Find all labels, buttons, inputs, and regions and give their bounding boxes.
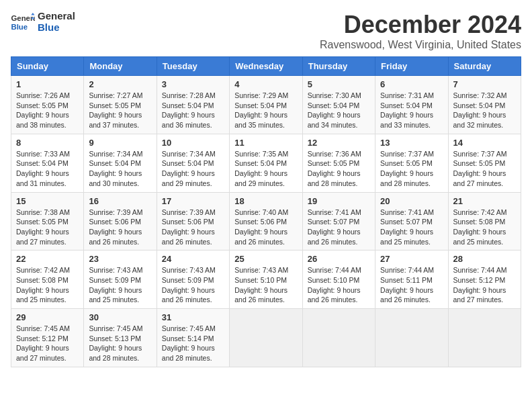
week-row-4: 22Sunrise: 7:42 AMSunset: 5:08 PMDayligh… <box>11 250 521 309</box>
header-day-friday: Friday <box>375 57 448 76</box>
day-info: Sunrise: 7:44 AMSunset: 5:12 PMDaylight:… <box>453 265 516 305</box>
day-number: 17 <box>162 196 224 206</box>
day-info: Sunrise: 7:40 AMSunset: 5:06 PMDaylight:… <box>234 208 297 247</box>
day-info: Sunrise: 7:34 AMSunset: 5:04 PMDaylight:… <box>89 149 151 189</box>
day-number: 15 <box>16 196 79 206</box>
week-row-3: 15Sunrise: 7:38 AMSunset: 5:05 PMDayligh… <box>11 192 521 250</box>
calendar-cell: 14Sunrise: 7:37 AMSunset: 5:05 PMDayligh… <box>448 134 521 192</box>
day-number: 18 <box>234 196 297 206</box>
day-info: Sunrise: 7:34 AMSunset: 5:04 PMDaylight:… <box>162 149 224 189</box>
calendar-cell: 9Sunrise: 7:34 AMSunset: 5:04 PMDaylight… <box>84 134 157 192</box>
day-info: Sunrise: 7:42 AMSunset: 5:08 PMDaylight:… <box>16 265 79 305</box>
day-number: 30 <box>89 312 151 322</box>
calendar-cell: 31Sunrise: 7:45 AMSunset: 5:14 PMDayligh… <box>157 309 229 367</box>
day-info: Sunrise: 7:39 AMSunset: 5:06 PMDaylight:… <box>162 208 224 247</box>
day-info: Sunrise: 7:36 AMSunset: 5:05 PMDaylight:… <box>308 149 370 189</box>
calendar-cell: 1Sunrise: 7:26 AMSunset: 5:05 PMDaylight… <box>11 76 84 134</box>
calendar-cell: 11Sunrise: 7:35 AMSunset: 5:04 PMDayligh… <box>230 134 302 192</box>
day-info: Sunrise: 7:41 AMSunset: 5:07 PMDaylight:… <box>380 208 443 247</box>
day-info: Sunrise: 7:33 AMSunset: 5:04 PMDaylight:… <box>16 149 79 189</box>
day-info: Sunrise: 7:30 AMSunset: 5:04 PMDaylight:… <box>308 91 370 130</box>
location-title: Ravenswood, West Virginia, United States <box>320 39 521 51</box>
calendar-cell: 22Sunrise: 7:42 AMSunset: 5:08 PMDayligh… <box>11 250 84 309</box>
day-number: 1 <box>16 79 79 89</box>
calendar-cell <box>448 309 521 367</box>
day-number: 4 <box>234 79 297 89</box>
day-info: Sunrise: 7:29 AMSunset: 5:04 PMDaylight:… <box>234 91 297 130</box>
calendar-cell: 2Sunrise: 7:27 AMSunset: 5:05 PMDaylight… <box>84 76 157 134</box>
calendar-cell: 4Sunrise: 7:29 AMSunset: 5:04 PMDaylight… <box>230 76 302 134</box>
calendar-header: SundayMondayTuesdayWednesdayThursdayFrid… <box>11 57 521 76</box>
header: General Blue General Blue December 2024 … <box>11 11 521 51</box>
week-row-2: 8Sunrise: 7:33 AMSunset: 5:04 PMDaylight… <box>11 134 521 192</box>
day-info: Sunrise: 7:43 AMSunset: 5:10 PMDaylight:… <box>234 265 297 305</box>
day-number: 7 <box>453 79 516 89</box>
day-number: 10 <box>162 138 224 148</box>
calendar-cell <box>302 309 375 367</box>
week-row-5: 29Sunrise: 7:45 AMSunset: 5:12 PMDayligh… <box>11 309 521 367</box>
calendar-cell: 8Sunrise: 7:33 AMSunset: 5:04 PMDaylight… <box>11 134 84 192</box>
day-number: 12 <box>308 138 370 148</box>
month-title: December 2024 <box>320 11 521 39</box>
day-number: 16 <box>89 196 151 206</box>
calendar-cell: 3Sunrise: 7:28 AMSunset: 5:04 PMDaylight… <box>157 76 229 134</box>
calendar-cell: 18Sunrise: 7:40 AMSunset: 5:06 PMDayligh… <box>230 192 302 250</box>
day-number: 27 <box>380 254 443 264</box>
header-day-sunday: Sunday <box>11 57 84 76</box>
calendar-table: SundayMondayTuesdayWednesdayThursdayFrid… <box>11 56 521 367</box>
header-day-monday: Monday <box>84 57 157 76</box>
calendar-cell: 5Sunrise: 7:30 AMSunset: 5:04 PMDaylight… <box>302 76 375 134</box>
day-info: Sunrise: 7:37 AMSunset: 5:05 PMDaylight:… <box>453 149 516 189</box>
day-number: 24 <box>162 254 224 264</box>
day-info: Sunrise: 7:28 AMSunset: 5:04 PMDaylight:… <box>162 91 224 130</box>
calendar-cell: 29Sunrise: 7:45 AMSunset: 5:12 PMDayligh… <box>11 309 84 367</box>
calendar-cell: 6Sunrise: 7:31 AMSunset: 5:04 PMDaylight… <box>375 76 448 134</box>
day-info: Sunrise: 7:45 AMSunset: 5:14 PMDaylight:… <box>162 324 224 363</box>
day-number: 21 <box>453 196 516 206</box>
day-info: Sunrise: 7:45 AMSunset: 5:13 PMDaylight:… <box>89 324 151 363</box>
day-info: Sunrise: 7:26 AMSunset: 5:05 PMDaylight:… <box>16 91 79 130</box>
day-info: Sunrise: 7:44 AMSunset: 5:10 PMDaylight:… <box>308 265 370 305</box>
day-number: 20 <box>380 196 443 206</box>
day-info: Sunrise: 7:39 AMSunset: 5:06 PMDaylight:… <box>89 208 151 247</box>
calendar-cell: 17Sunrise: 7:39 AMSunset: 5:06 PMDayligh… <box>157 192 229 250</box>
day-number: 3 <box>162 79 224 89</box>
day-info: Sunrise: 7:38 AMSunset: 5:05 PMDaylight:… <box>16 208 79 247</box>
calendar-cell: 27Sunrise: 7:44 AMSunset: 5:11 PMDayligh… <box>375 250 448 309</box>
day-number: 11 <box>234 138 297 148</box>
header-day-thursday: Thursday <box>302 57 375 76</box>
header-day-tuesday: Tuesday <box>157 57 229 76</box>
svg-text:Blue: Blue <box>11 22 28 30</box>
calendar-cell <box>230 309 302 367</box>
day-info: Sunrise: 7:31 AMSunset: 5:04 PMDaylight:… <box>380 91 443 130</box>
day-number: 5 <box>308 79 370 89</box>
day-number: 26 <box>308 254 370 264</box>
day-number: 19 <box>308 196 370 206</box>
day-number: 31 <box>162 312 224 322</box>
calendar-cell: 20Sunrise: 7:41 AMSunset: 5:07 PMDayligh… <box>375 192 448 250</box>
calendar-cell: 21Sunrise: 7:42 AMSunset: 5:08 PMDayligh… <box>448 192 521 250</box>
calendar-cell: 16Sunrise: 7:39 AMSunset: 5:06 PMDayligh… <box>84 192 157 250</box>
calendar-body: 1Sunrise: 7:26 AMSunset: 5:05 PMDaylight… <box>11 76 521 367</box>
day-info: Sunrise: 7:44 AMSunset: 5:11 PMDaylight:… <box>380 265 443 305</box>
logo-line1: General <box>38 11 75 22</box>
day-number: 29 <box>16 312 79 322</box>
day-info: Sunrise: 7:43 AMSunset: 5:09 PMDaylight:… <box>162 265 224 305</box>
day-number: 13 <box>380 138 443 148</box>
day-number: 8 <box>16 138 79 148</box>
day-number: 22 <box>16 254 79 264</box>
header-day-wednesday: Wednesday <box>230 57 302 76</box>
calendar-cell: 23Sunrise: 7:43 AMSunset: 5:09 PMDayligh… <box>84 250 157 309</box>
day-number: 9 <box>89 138 151 148</box>
calendar-cell: 26Sunrise: 7:44 AMSunset: 5:10 PMDayligh… <box>302 250 375 309</box>
calendar-cell: 25Sunrise: 7:43 AMSunset: 5:10 PMDayligh… <box>230 250 302 309</box>
svg-text:General: General <box>11 14 36 22</box>
header-day-saturday: Saturday <box>448 57 521 76</box>
calendar-cell: 28Sunrise: 7:44 AMSunset: 5:12 PMDayligh… <box>448 250 521 309</box>
day-number: 2 <box>89 79 151 89</box>
calendar-cell: 13Sunrise: 7:37 AMSunset: 5:05 PMDayligh… <box>375 134 448 192</box>
day-info: Sunrise: 7:27 AMSunset: 5:05 PMDaylight:… <box>89 91 151 130</box>
calendar-cell: 7Sunrise: 7:32 AMSunset: 5:04 PMDaylight… <box>448 76 521 134</box>
calendar-cell: 24Sunrise: 7:43 AMSunset: 5:09 PMDayligh… <box>157 250 229 309</box>
day-info: Sunrise: 7:43 AMSunset: 5:09 PMDaylight:… <box>89 265 151 305</box>
